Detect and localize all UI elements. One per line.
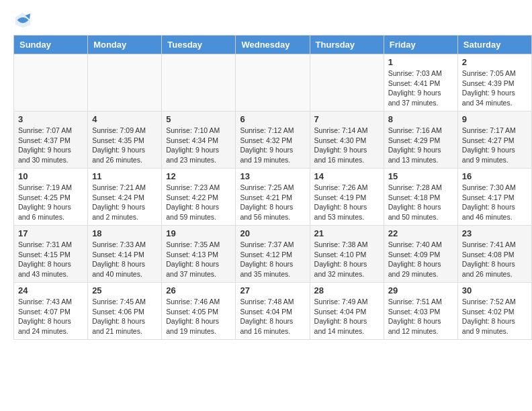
- logo-icon: [13, 11, 32, 30]
- day-info: Sunrise: 7:38 AM Sunset: 4:10 PM Dayligh…: [314, 240, 380, 279]
- day-number: 2: [462, 57, 527, 67]
- day-info: Sunrise: 7:51 AM Sunset: 4:03 PM Dayligh…: [388, 297, 453, 336]
- day-info: Sunrise: 7:52 AM Sunset: 4:02 PM Dayligh…: [462, 297, 527, 336]
- day-number: 22: [388, 228, 453, 238]
- week-row-2: 3Sunrise: 7:07 AM Sunset: 4:37 PM Daylig…: [14, 111, 532, 169]
- day-number: 19: [166, 228, 231, 238]
- day-number: 10: [18, 171, 83, 181]
- week-row-3: 10Sunrise: 7:19 AM Sunset: 4:25 PM Dayli…: [14, 169, 532, 226]
- day-number: 14: [314, 171, 380, 181]
- day-cell: 5Sunrise: 7:10 AM Sunset: 4:34 PM Daylig…: [162, 111, 236, 169]
- day-number: 8: [388, 114, 453, 124]
- day-number: 1: [388, 57, 453, 67]
- day-cell: 27Sunrise: 7:48 AM Sunset: 4:04 PM Dayli…: [236, 283, 310, 340]
- col-header-monday: Monday: [88, 36, 162, 54]
- col-header-tuesday: Tuesday: [162, 36, 236, 54]
- day-info: Sunrise: 7:48 AM Sunset: 4:04 PM Dayligh…: [240, 297, 305, 336]
- day-cell: [310, 54, 384, 111]
- day-cell: 11Sunrise: 7:21 AM Sunset: 4:24 PM Dayli…: [88, 169, 162, 226]
- day-number: 18: [92, 228, 157, 238]
- header-row: SundayMondayTuesdayWednesdayThursdayFrid…: [14, 36, 532, 54]
- day-info: Sunrise: 7:28 AM Sunset: 4:18 PM Dayligh…: [388, 183, 453, 222]
- day-info: Sunrise: 7:05 AM Sunset: 4:39 PM Dayligh…: [462, 68, 527, 108]
- day-info: Sunrise: 7:41 AM Sunset: 4:08 PM Dayligh…: [462, 240, 527, 279]
- day-info: Sunrise: 7:35 AM Sunset: 4:13 PM Dayligh…: [166, 240, 231, 279]
- day-cell: 10Sunrise: 7:19 AM Sunset: 4:25 PM Dayli…: [14, 169, 88, 226]
- day-info: Sunrise: 7:30 AM Sunset: 4:17 PM Dayligh…: [462, 183, 527, 222]
- day-number: 27: [240, 285, 305, 295]
- col-header-saturday: Saturday: [457, 36, 531, 54]
- day-number: 21: [314, 228, 380, 238]
- day-number: 17: [18, 228, 83, 238]
- day-number: 5: [166, 114, 231, 124]
- day-cell: 1Sunrise: 7:03 AM Sunset: 4:41 PM Daylig…: [384, 54, 457, 111]
- day-info: Sunrise: 7:09 AM Sunset: 4:35 PM Dayligh…: [92, 126, 157, 165]
- day-info: Sunrise: 7:45 AM Sunset: 4:06 PM Dayligh…: [92, 297, 157, 336]
- day-cell: 15Sunrise: 7:28 AM Sunset: 4:18 PM Dayli…: [384, 169, 457, 226]
- calendar-table: SundayMondayTuesdayWednesdayThursdayFrid…: [13, 35, 532, 340]
- day-info: Sunrise: 7:26 AM Sunset: 4:19 PM Dayligh…: [314, 183, 380, 222]
- day-number: 25: [92, 285, 157, 295]
- day-cell: 2Sunrise: 7:05 AM Sunset: 4:39 PM Daylig…: [457, 54, 531, 111]
- day-number: 29: [388, 285, 453, 295]
- day-info: Sunrise: 7:12 AM Sunset: 4:32 PM Dayligh…: [240, 126, 305, 165]
- day-info: Sunrise: 7:19 AM Sunset: 4:25 PM Dayligh…: [18, 183, 83, 222]
- col-header-wednesday: Wednesday: [236, 36, 310, 54]
- calendar-header: SundayMondayTuesdayWednesdayThursdayFrid…: [14, 36, 532, 54]
- day-cell: 19Sunrise: 7:35 AM Sunset: 4:13 PM Dayli…: [162, 226, 236, 283]
- day-cell: [236, 54, 310, 111]
- day-number: 30: [462, 285, 527, 295]
- day-cell: 24Sunrise: 7:43 AM Sunset: 4:07 PM Dayli…: [14, 283, 88, 340]
- day-cell: 22Sunrise: 7:40 AM Sunset: 4:09 PM Dayli…: [384, 226, 457, 283]
- day-cell: 17Sunrise: 7:31 AM Sunset: 4:15 PM Dayli…: [14, 226, 88, 283]
- day-number: 24: [18, 285, 83, 295]
- day-number: 11: [92, 171, 157, 181]
- day-info: Sunrise: 7:37 AM Sunset: 4:12 PM Dayligh…: [240, 240, 305, 279]
- day-info: Sunrise: 7:17 AM Sunset: 4:27 PM Dayligh…: [462, 126, 527, 165]
- day-cell: 28Sunrise: 7:49 AM Sunset: 4:04 PM Dayli…: [310, 283, 384, 340]
- week-row-4: 17Sunrise: 7:31 AM Sunset: 4:15 PM Dayli…: [14, 226, 532, 283]
- day-cell: 9Sunrise: 7:17 AM Sunset: 4:27 PM Daylig…: [457, 111, 531, 169]
- day-cell: 7Sunrise: 7:14 AM Sunset: 4:30 PM Daylig…: [310, 111, 384, 169]
- day-info: Sunrise: 7:16 AM Sunset: 4:29 PM Dayligh…: [388, 126, 453, 165]
- day-info: Sunrise: 7:49 AM Sunset: 4:04 PM Dayligh…: [314, 297, 380, 336]
- day-cell: [88, 54, 162, 111]
- day-number: 26: [166, 285, 231, 295]
- day-cell: 4Sunrise: 7:09 AM Sunset: 4:35 PM Daylig…: [88, 111, 162, 169]
- day-cell: 16Sunrise: 7:30 AM Sunset: 4:17 PM Dayli…: [457, 169, 531, 226]
- day-info: Sunrise: 7:46 AM Sunset: 4:05 PM Dayligh…: [166, 297, 231, 336]
- day-cell: 18Sunrise: 7:33 AM Sunset: 4:14 PM Dayli…: [88, 226, 162, 283]
- logo: [13, 11, 35, 30]
- day-cell: [14, 54, 88, 111]
- col-header-thursday: Thursday: [310, 36, 384, 54]
- day-info: Sunrise: 7:31 AM Sunset: 4:15 PM Dayligh…: [18, 240, 83, 279]
- day-number: 20: [240, 228, 305, 238]
- day-number: 15: [388, 171, 453, 181]
- day-cell: 6Sunrise: 7:12 AM Sunset: 4:32 PM Daylig…: [236, 111, 310, 169]
- day-cell: 21Sunrise: 7:38 AM Sunset: 4:10 PM Dayli…: [310, 226, 384, 283]
- day-cell: 3Sunrise: 7:07 AM Sunset: 4:37 PM Daylig…: [14, 111, 88, 169]
- day-number: 23: [462, 228, 527, 238]
- day-cell: 14Sunrise: 7:26 AM Sunset: 4:19 PM Dayli…: [310, 169, 384, 226]
- day-info: Sunrise: 7:43 AM Sunset: 4:07 PM Dayligh…: [18, 297, 83, 336]
- calendar-body: 1Sunrise: 7:03 AM Sunset: 4:41 PM Daylig…: [14, 54, 532, 340]
- day-info: Sunrise: 7:33 AM Sunset: 4:14 PM Dayligh…: [92, 240, 157, 279]
- day-info: Sunrise: 7:21 AM Sunset: 4:24 PM Dayligh…: [92, 183, 157, 222]
- week-row-1: 1Sunrise: 7:03 AM Sunset: 4:41 PM Daylig…: [14, 54, 532, 111]
- day-info: Sunrise: 7:40 AM Sunset: 4:09 PM Dayligh…: [388, 240, 453, 279]
- day-cell: 23Sunrise: 7:41 AM Sunset: 4:08 PM Dayli…: [457, 226, 531, 283]
- col-header-friday: Friday: [384, 36, 457, 54]
- day-info: Sunrise: 7:23 AM Sunset: 4:22 PM Dayligh…: [166, 183, 231, 222]
- day-info: Sunrise: 7:07 AM Sunset: 4:37 PM Dayligh…: [18, 126, 83, 165]
- day-number: 3: [18, 114, 83, 124]
- calendar-container: SundayMondayTuesdayWednesdayThursdayFrid…: [0, 35, 532, 347]
- day-cell: 8Sunrise: 7:16 AM Sunset: 4:29 PM Daylig…: [384, 111, 457, 169]
- day-info: Sunrise: 7:25 AM Sunset: 4:21 PM Dayligh…: [240, 183, 305, 222]
- day-cell: 12Sunrise: 7:23 AM Sunset: 4:22 PM Dayli…: [162, 169, 236, 226]
- day-number: 28: [314, 285, 380, 295]
- day-cell: 20Sunrise: 7:37 AM Sunset: 4:12 PM Dayli…: [236, 226, 310, 283]
- week-row-5: 24Sunrise: 7:43 AM Sunset: 4:07 PM Dayli…: [14, 283, 532, 340]
- day-cell: 26Sunrise: 7:46 AM Sunset: 4:05 PM Dayli…: [162, 283, 236, 340]
- day-info: Sunrise: 7:10 AM Sunset: 4:34 PM Dayligh…: [166, 126, 231, 165]
- day-number: 12: [166, 171, 231, 181]
